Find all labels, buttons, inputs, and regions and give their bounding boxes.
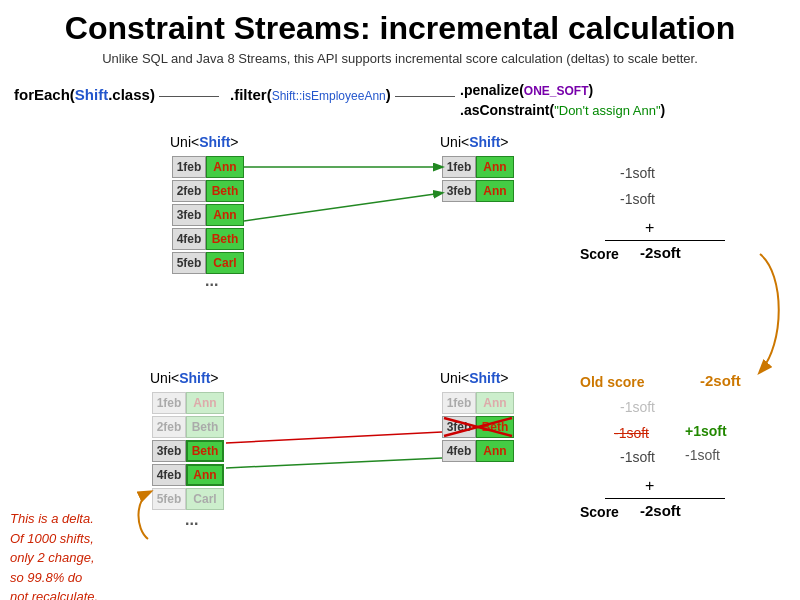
cell-name: Beth	[476, 416, 514, 438]
old-score-value: -2soft	[700, 372, 741, 389]
top-plus: +	[645, 219, 654, 237]
bot-row-2feb-beth: 2feb Beth	[152, 416, 224, 438]
bottom-table-2: 1feb Ann 3feb Beth 4feb Ann	[442, 392, 514, 462]
filter-param: Shift::isEmployeeAnn	[272, 89, 386, 103]
bottom-dots-1: ...	[185, 511, 198, 529]
cell-name: Beth	[206, 180, 244, 202]
delta-line2: Of 1000 shifts,	[10, 529, 98, 549]
cell-name: Ann	[476, 180, 514, 202]
cell-name: Ann	[476, 440, 514, 462]
foreach-classname: Shift	[75, 86, 108, 103]
bot-row-3feb-beth: 3feb Beth	[152, 440, 224, 462]
bot-score-value: -2soft	[640, 502, 681, 519]
dash-line2: ————	[395, 86, 455, 103]
bot-row-1feb-ann: 1feb Ann	[152, 392, 224, 414]
bottom-label-1: Uni<Shift>	[150, 370, 218, 386]
bot-delta-plus1: +1soft	[685, 423, 727, 439]
top-row-2feb-beth: 2feb Beth	[172, 180, 244, 202]
cell-name: Beth	[206, 228, 244, 250]
top-row-5feb-carl: 5feb Carl	[172, 252, 244, 274]
bot-score-2-strike: -1soft	[614, 425, 649, 441]
top-row-3feb-ann: 3feb Ann	[172, 204, 244, 226]
delta-annotation: This is a delta. Of 1000 shifts, only 2 …	[10, 509, 98, 600]
bot-row2-3feb-beth: 3feb Beth	[442, 416, 514, 438]
filter-method: .filter(	[230, 86, 272, 103]
cell-name: Ann	[476, 392, 514, 414]
cell-date: 3feb	[442, 180, 476, 202]
bot-row-5feb-carl: 5feb Carl	[152, 488, 224, 510]
bot-score-label: Score	[580, 504, 619, 520]
cell-name: Beth	[186, 416, 224, 438]
cell-name: Ann	[186, 392, 224, 414]
bot-score-3: -1soft	[620, 449, 655, 465]
top-row-1feb-ann: 1feb Ann	[172, 156, 244, 178]
main-title: Constraint Streams: incremental calculat…	[0, 0, 800, 47]
top-row-4feb-beth: 4feb Beth	[172, 228, 244, 250]
cell-name: Ann	[206, 156, 244, 178]
svg-line-5	[226, 458, 442, 468]
cell-name: Beth	[186, 440, 224, 462]
delta-line5: not recalculate.	[10, 587, 98, 600]
filter-label: .filter(Shift::isEmployeeAnn) ————	[230, 86, 455, 103]
delta-line4: so 99.8% do	[10, 568, 98, 588]
bot-row2-1feb-ann: 1feb Ann	[442, 392, 514, 414]
filter-close: )	[386, 86, 391, 103]
cell-date: 5feb	[172, 252, 206, 274]
top-label-1: Uni<Shift>	[170, 134, 238, 150]
cell-date: 1feb	[442, 156, 476, 178]
asconstraint-method: .asConstraint(	[460, 102, 554, 118]
top-table-2: 1feb Ann 3feb Ann	[442, 156, 514, 202]
cell-date: 1feb	[442, 392, 476, 414]
dash-line: ————	[159, 86, 219, 103]
penalize-label: .penalize(ONE_SOFT)	[460, 82, 593, 98]
top-score-2: -1soft	[620, 191, 655, 207]
cell-name: Ann	[186, 464, 224, 486]
top-row2-1feb-ann: 1feb Ann	[442, 156, 514, 178]
asconstraint-label: .asConstraint("Don't assign Ann")	[460, 102, 665, 118]
top-dots-1: ...	[205, 272, 218, 290]
top-score-value: -2soft	[640, 244, 681, 261]
cell-date: 3feb	[442, 416, 476, 438]
cell-date: 5feb	[152, 488, 186, 510]
bot-row2-4feb-ann: 4feb Ann	[442, 440, 514, 462]
bot-score-line	[605, 498, 725, 499]
top-row2-3feb-ann: 3feb Ann	[442, 180, 514, 202]
cell-date: 3feb	[152, 440, 186, 462]
cell-name: Carl	[186, 488, 224, 510]
delta-line1: This is a delta.	[10, 509, 98, 529]
asconstraint-param: "Don't assign Ann"	[554, 103, 660, 118]
subtitle: Unlike SQL and Java 8 Streams, this API …	[0, 51, 800, 66]
bottom-table-1: 1feb Ann 2feb Beth 3feb Beth 4feb Ann 5f…	[152, 392, 224, 510]
cell-date: 4feb	[442, 440, 476, 462]
cell-date: 3feb	[172, 204, 206, 226]
bot-plus: +	[645, 477, 654, 495]
cell-date: 1feb	[172, 156, 206, 178]
cell-date: 4feb	[152, 464, 186, 486]
top-table-1: 1feb Ann 2feb Beth 3feb Ann 4feb Beth 5f…	[172, 156, 244, 274]
bot-delta-minus1: -1soft	[685, 447, 720, 463]
svg-line-3	[244, 193, 442, 221]
svg-line-4	[226, 432, 442, 443]
old-score-label: Old score	[580, 374, 645, 390]
top-score-line	[605, 240, 725, 241]
foreach-label: forEach(Shift.class) ————	[14, 86, 219, 103]
penalize-method: .penalize(	[460, 82, 524, 98]
cell-name: Ann	[206, 204, 244, 226]
cell-name: Carl	[206, 252, 244, 274]
penalize-close: )	[588, 82, 593, 98]
penalize-param: ONE_SOFT	[524, 84, 589, 98]
asconstraint-close: )	[661, 102, 666, 118]
cell-date: 1feb	[152, 392, 186, 414]
top-score-label: Score	[580, 246, 619, 262]
top-score-1: -1soft	[620, 165, 655, 181]
cell-date: 2feb	[152, 416, 186, 438]
delta-line3: only 2 change,	[10, 548, 98, 568]
cell-date: 4feb	[172, 228, 206, 250]
foreach-suffix: .class)	[108, 86, 155, 103]
cell-date: 2feb	[172, 180, 206, 202]
cell-name: Ann	[476, 156, 514, 178]
bot-score-1: -1soft	[620, 399, 655, 415]
bot-row-4feb-ann: 4feb Ann	[152, 464, 224, 486]
bottom-label-2: Uni<Shift>	[440, 370, 508, 386]
foreach-keyword: forEach(	[14, 86, 75, 103]
